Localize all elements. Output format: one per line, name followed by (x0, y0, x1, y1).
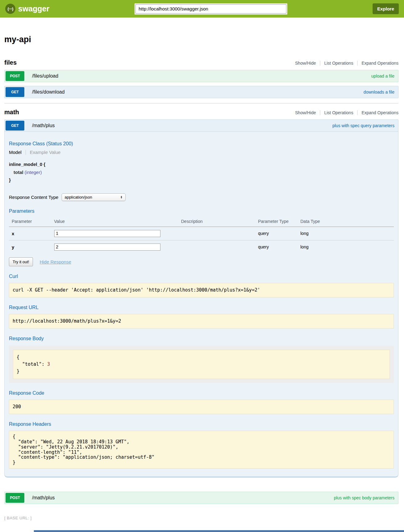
files-show-hide-link[interactable]: Show/Hide (295, 61, 316, 66)
tab-divider (26, 150, 26, 155)
model-tabs: Model Example Value (9, 150, 394, 155)
explore-button[interactable]: Explore (373, 3, 399, 14)
parameter-type-cell: query (255, 227, 298, 240)
files-expand-operations-link[interactable]: Expand Operations (362, 61, 398, 66)
response-body-wrapper: { "total": 3 } (9, 346, 394, 383)
col-header-value: Value (51, 217, 179, 227)
response-class-heading: Response Class (Status 200) (9, 141, 394, 147)
json-open-brace: { (17, 354, 19, 360)
model-property-name: total (14, 170, 23, 175)
selected-content-type: application/json (65, 195, 92, 200)
http-method-badge: GET (6, 87, 24, 97)
response-content-type-row: Response Content Type application/json ▲… (9, 193, 394, 201)
try-it-out-button[interactable]: Try it out! (9, 257, 33, 266)
response-content-type-label: Response Content Type (9, 195, 59, 200)
files-section-links: Show/Hide List Operations Expand Operati… (295, 61, 398, 66)
http-method-badge: POST (6, 71, 24, 81)
base-url-label: [ BASE URL: ] (4, 516, 404, 520)
link-divider (357, 110, 358, 115)
endpoint-summary[interactable]: plus with spec body parameters (334, 495, 394, 500)
response-body-block: { "total": 3 } (13, 350, 390, 379)
data-type-cell: long (298, 240, 394, 254)
math-section-title: math (4, 109, 19, 116)
parameters-header-row: Parameter Value Description Parameter Ty… (9, 217, 394, 227)
files-section-header: files Show/Hide List Operations Expand O… (4, 59, 398, 66)
model-property: total (integer) (14, 168, 394, 176)
endpoint-path[interactable]: /math/plus (32, 123, 55, 128)
parameter-row-y: y query long (9, 240, 394, 254)
response-body-heading: Response Body (9, 336, 394, 341)
endpoint-row-get-files-download[interactable]: GET /files/download downloads a file (4, 86, 398, 98)
math-list-operations-link[interactable]: List Operations (324, 110, 353, 115)
parameter-description (178, 240, 255, 254)
endpoint-row-post-math-plus[interactable]: POST /math/plus plus with spec body para… (4, 492, 398, 504)
request-url-heading: Request URL (9, 305, 394, 310)
math-section-links: Show/Hide List Operations Expand Operati… (295, 110, 398, 115)
parameter-row-x: x query long (9, 227, 394, 240)
files-section-title: files (4, 59, 17, 66)
endpoint-summary[interactable]: downloads a file (364, 90, 394, 95)
http-method-badge: GET (6, 121, 24, 131)
curl-command-block: curl -X GET --header 'Accept: applicatio… (9, 283, 394, 297)
model-name: inline_model_0 { (9, 160, 394, 168)
col-header-data-type: Data Type (298, 217, 394, 227)
main-content: my-api files Show/Hide List Operations E… (4, 35, 398, 504)
swagger-brand-link[interactable]: {⋯} swagger (5, 4, 49, 14)
logo-glyph: {⋯} (7, 7, 13, 11)
endpoint-row-get-math-plus[interactable]: GET /math/plus plus with spec query para… (4, 119, 398, 132)
math-expand-operations-link[interactable]: Expand Operations (362, 110, 398, 115)
response-headers-block: { "date": "Wed, 22 Aug 2018 18:49:13 GMT… (9, 431, 394, 469)
endpoint-path[interactable]: /files/download (32, 89, 65, 95)
json-key: "total": (22, 361, 44, 367)
col-header-description: Description (178, 217, 255, 227)
try-row: Try it out! Hide Response (9, 257, 394, 266)
endpoint-path[interactable]: /files/upload (32, 73, 58, 79)
link-divider (357, 61, 358, 66)
tab-model[interactable]: Model (9, 150, 22, 155)
model-signature: inline_model_0 { total (integer) } (9, 160, 394, 184)
endpoint-summary[interactable]: plus with spec query parameters (332, 123, 394, 128)
swagger-logo-icon: {⋯} (5, 4, 15, 14)
json-close-brace: } (17, 369, 19, 374)
data-type-cell: long (298, 227, 394, 240)
page-title: my-api (4, 35, 398, 44)
parameter-x-input[interactable] (54, 230, 160, 237)
files-list-operations-link[interactable]: List Operations (324, 61, 353, 66)
link-divider (320, 61, 320, 66)
footer-bar (34, 530, 404, 532)
model-property-type: (integer) (25, 170, 42, 175)
parameter-y-input[interactable] (54, 244, 160, 251)
parameter-name: y (9, 240, 51, 254)
parameter-description (178, 227, 255, 240)
response-headers-heading: Response Headers (9, 421, 394, 427)
brand-name: swagger (18, 4, 49, 13)
math-section-header: math Show/Hide List Operations Expand Op… (4, 109, 398, 116)
col-header-parameter-type: Parameter Type (255, 217, 298, 227)
select-arrows-icon: ▲▼ (120, 195, 123, 199)
parameter-type-cell: query (255, 240, 298, 254)
curl-heading: Curl (9, 274, 394, 279)
swagger-url-input[interactable] (135, 4, 286, 14)
tab-example-value[interactable]: Example Value (30, 150, 61, 155)
model-close-brace: } (9, 176, 394, 184)
http-method-badge: POST (6, 493, 24, 503)
parameters-heading: Parameters (9, 208, 394, 214)
json-number-value: 3 (47, 361, 50, 367)
response-content-type-select[interactable]: application/json ▲▼ (62, 193, 126, 201)
parameter-name: x (9, 227, 51, 240)
response-code-heading: Response Code (9, 390, 394, 396)
endpoint-summary[interactable]: upload a file (371, 74, 394, 79)
parameters-table: Parameter Value Description Parameter Ty… (9, 217, 394, 254)
top-header: {⋯} swagger Explore (0, 0, 404, 18)
col-header-parameter: Parameter (9, 217, 51, 227)
endpoint-path[interactable]: /math/plus (32, 495, 55, 501)
operation-detail-panel: Response Class (Status 200) Model Exampl… (4, 132, 398, 478)
hide-response-link[interactable]: Hide Response (40, 259, 71, 264)
section-divider (4, 103, 398, 103)
endpoint-row-post-files-upload[interactable]: POST /files/upload upload a file (4, 70, 398, 82)
request-url-block: http://localhost:3000/math/plus?x=1&y=2 (9, 314, 394, 328)
response-code-block: 200 (9, 400, 394, 414)
math-show-hide-link[interactable]: Show/Hide (295, 110, 316, 115)
link-divider (320, 110, 320, 115)
